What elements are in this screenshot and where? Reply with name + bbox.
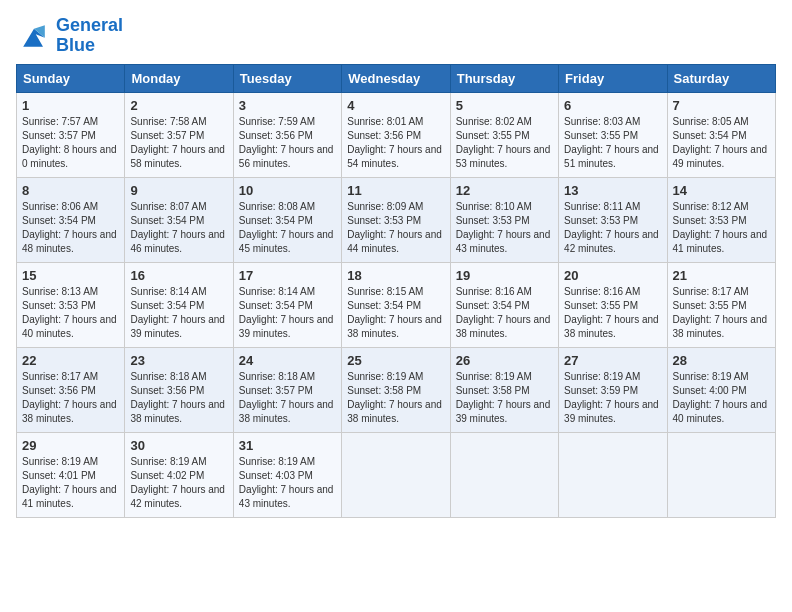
cell-info: Sunrise: 8:17 AM Sunset: 3:55 PM Dayligh… [673,285,770,341]
calendar-cell: 7 Sunrise: 8:05 AM Sunset: 3:54 PM Dayli… [667,92,775,177]
cell-info: Sunrise: 8:11 AM Sunset: 3:53 PM Dayligh… [564,200,661,256]
day-number: 30 [130,438,227,453]
cell-info: Sunrise: 8:13 AM Sunset: 3:53 PM Dayligh… [22,285,119,341]
header-cell-tuesday: Tuesday [233,64,341,92]
calendar-cell: 10 Sunrise: 8:08 AM Sunset: 3:54 PM Dayl… [233,177,341,262]
day-number: 8 [22,183,119,198]
cell-info: Sunrise: 8:15 AM Sunset: 3:54 PM Dayligh… [347,285,444,341]
cell-info: Sunrise: 8:14 AM Sunset: 3:54 PM Dayligh… [130,285,227,341]
header-cell-saturday: Saturday [667,64,775,92]
calendar-cell: 5 Sunrise: 8:02 AM Sunset: 3:55 PM Dayli… [450,92,558,177]
day-number: 17 [239,268,336,283]
calendar-cell: 4 Sunrise: 8:01 AM Sunset: 3:56 PM Dayli… [342,92,450,177]
cell-info: Sunrise: 8:19 AM Sunset: 3:58 PM Dayligh… [347,370,444,426]
calendar-cell: 30 Sunrise: 8:19 AM Sunset: 4:02 PM Dayl… [125,432,233,517]
header: General Blue [16,16,776,56]
logo: General Blue [16,16,123,56]
cell-info: Sunrise: 8:19 AM Sunset: 4:02 PM Dayligh… [130,455,227,511]
header-cell-friday: Friday [559,64,667,92]
cell-info: Sunrise: 8:07 AM Sunset: 3:54 PM Dayligh… [130,200,227,256]
day-number: 18 [347,268,444,283]
cell-info: Sunrise: 8:19 AM Sunset: 3:59 PM Dayligh… [564,370,661,426]
day-number: 1 [22,98,119,113]
calendar-cell: 9 Sunrise: 8:07 AM Sunset: 3:54 PM Dayli… [125,177,233,262]
week-row-3: 15 Sunrise: 8:13 AM Sunset: 3:53 PM Dayl… [17,262,776,347]
calendar-cell [559,432,667,517]
week-row-4: 22 Sunrise: 8:17 AM Sunset: 3:56 PM Dayl… [17,347,776,432]
cell-info: Sunrise: 8:03 AM Sunset: 3:55 PM Dayligh… [564,115,661,171]
day-number: 2 [130,98,227,113]
day-number: 12 [456,183,553,198]
calendar-cell: 19 Sunrise: 8:16 AM Sunset: 3:54 PM Dayl… [450,262,558,347]
header-cell-monday: Monday [125,64,233,92]
cell-info: Sunrise: 8:01 AM Sunset: 3:56 PM Dayligh… [347,115,444,171]
calendar-cell: 8 Sunrise: 8:06 AM Sunset: 3:54 PM Dayli… [17,177,125,262]
day-number: 14 [673,183,770,198]
week-row-2: 8 Sunrise: 8:06 AM Sunset: 3:54 PM Dayli… [17,177,776,262]
calendar-cell: 31 Sunrise: 8:19 AM Sunset: 4:03 PM Dayl… [233,432,341,517]
cell-info: Sunrise: 7:57 AM Sunset: 3:57 PM Dayligh… [22,115,119,171]
calendar-cell: 11 Sunrise: 8:09 AM Sunset: 3:53 PM Dayl… [342,177,450,262]
cell-info: Sunrise: 8:18 AM Sunset: 3:56 PM Dayligh… [130,370,227,426]
day-number: 31 [239,438,336,453]
day-number: 15 [22,268,119,283]
day-number: 16 [130,268,227,283]
calendar-table: SundayMondayTuesdayWednesdayThursdayFrid… [16,64,776,518]
week-row-1: 1 Sunrise: 7:57 AM Sunset: 3:57 PM Dayli… [17,92,776,177]
day-number: 5 [456,98,553,113]
calendar-cell: 17 Sunrise: 8:14 AM Sunset: 3:54 PM Dayl… [233,262,341,347]
day-number: 4 [347,98,444,113]
calendar-cell: 21 Sunrise: 8:17 AM Sunset: 3:55 PM Dayl… [667,262,775,347]
cell-info: Sunrise: 8:17 AM Sunset: 3:56 PM Dayligh… [22,370,119,426]
cell-info: Sunrise: 8:16 AM Sunset: 3:55 PM Dayligh… [564,285,661,341]
day-number: 25 [347,353,444,368]
cell-info: Sunrise: 8:02 AM Sunset: 3:55 PM Dayligh… [456,115,553,171]
calendar-cell: 2 Sunrise: 7:58 AM Sunset: 3:57 PM Dayli… [125,92,233,177]
day-number: 21 [673,268,770,283]
calendar-cell: 23 Sunrise: 8:18 AM Sunset: 3:56 PM Dayl… [125,347,233,432]
cell-info: Sunrise: 8:19 AM Sunset: 4:00 PM Dayligh… [673,370,770,426]
cell-info: Sunrise: 8:08 AM Sunset: 3:54 PM Dayligh… [239,200,336,256]
calendar-cell: 28 Sunrise: 8:19 AM Sunset: 4:00 PM Dayl… [667,347,775,432]
logo-icon [16,21,52,51]
day-number: 9 [130,183,227,198]
day-number: 29 [22,438,119,453]
calendar-cell: 24 Sunrise: 8:18 AM Sunset: 3:57 PM Dayl… [233,347,341,432]
calendar-cell [667,432,775,517]
calendar-cell: 25 Sunrise: 8:19 AM Sunset: 3:58 PM Dayl… [342,347,450,432]
header-cell-wednesday: Wednesday [342,64,450,92]
calendar-cell: 13 Sunrise: 8:11 AM Sunset: 3:53 PM Dayl… [559,177,667,262]
calendar-cell: 22 Sunrise: 8:17 AM Sunset: 3:56 PM Dayl… [17,347,125,432]
cell-info: Sunrise: 8:09 AM Sunset: 3:53 PM Dayligh… [347,200,444,256]
day-number: 22 [22,353,119,368]
cell-info: Sunrise: 8:12 AM Sunset: 3:53 PM Dayligh… [673,200,770,256]
day-number: 13 [564,183,661,198]
calendar-cell: 20 Sunrise: 8:16 AM Sunset: 3:55 PM Dayl… [559,262,667,347]
header-cell-sunday: Sunday [17,64,125,92]
calendar-cell [342,432,450,517]
day-number: 23 [130,353,227,368]
cell-info: Sunrise: 8:16 AM Sunset: 3:54 PM Dayligh… [456,285,553,341]
calendar-cell: 1 Sunrise: 7:57 AM Sunset: 3:57 PM Dayli… [17,92,125,177]
calendar-cell: 14 Sunrise: 8:12 AM Sunset: 3:53 PM Dayl… [667,177,775,262]
cell-info: Sunrise: 7:58 AM Sunset: 3:57 PM Dayligh… [130,115,227,171]
day-number: 20 [564,268,661,283]
week-row-5: 29 Sunrise: 8:19 AM Sunset: 4:01 PM Dayl… [17,432,776,517]
calendar-cell: 16 Sunrise: 8:14 AM Sunset: 3:54 PM Dayl… [125,262,233,347]
calendar-cell: 6 Sunrise: 8:03 AM Sunset: 3:55 PM Dayli… [559,92,667,177]
day-number: 28 [673,353,770,368]
calendar-cell: 12 Sunrise: 8:10 AM Sunset: 3:53 PM Dayl… [450,177,558,262]
calendar-cell [450,432,558,517]
cell-info: Sunrise: 7:59 AM Sunset: 3:56 PM Dayligh… [239,115,336,171]
cell-info: Sunrise: 8:14 AM Sunset: 3:54 PM Dayligh… [239,285,336,341]
calendar-cell: 26 Sunrise: 8:19 AM Sunset: 3:58 PM Dayl… [450,347,558,432]
day-number: 19 [456,268,553,283]
cell-info: Sunrise: 8:05 AM Sunset: 3:54 PM Dayligh… [673,115,770,171]
cell-info: Sunrise: 8:19 AM Sunset: 4:01 PM Dayligh… [22,455,119,511]
logo-text: General Blue [56,16,123,56]
calendar-cell: 29 Sunrise: 8:19 AM Sunset: 4:01 PM Dayl… [17,432,125,517]
day-number: 11 [347,183,444,198]
calendar-cell: 15 Sunrise: 8:13 AM Sunset: 3:53 PM Dayl… [17,262,125,347]
day-number: 3 [239,98,336,113]
calendar-cell: 27 Sunrise: 8:19 AM Sunset: 3:59 PM Dayl… [559,347,667,432]
